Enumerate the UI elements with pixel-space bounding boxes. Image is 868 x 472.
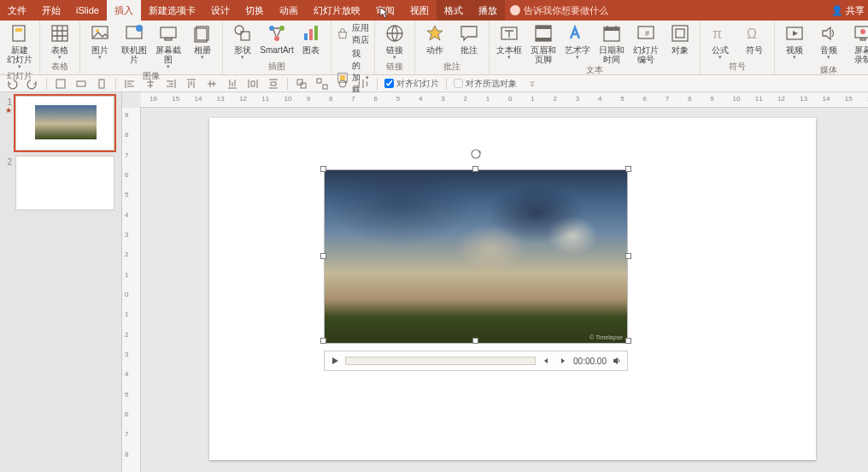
svg-rect-37 bbox=[860, 38, 865, 40]
distribute-h-button[interactable] bbox=[246, 77, 260, 91]
hyperlink-button[interactable]: 链接▾ bbox=[380, 22, 409, 61]
thumb-canvas[interactable] bbox=[15, 156, 114, 210]
ruler-tick: 7 bbox=[351, 95, 355, 103]
volume-button[interactable] bbox=[610, 354, 624, 368]
group-button[interactable] bbox=[295, 77, 308, 91]
tab-12[interactable]: 播放 bbox=[471, 0, 505, 21]
screenshot-button[interactable]: 屏幕截图▾ bbox=[154, 22, 183, 70]
video-object[interactable]: © Timelapse 00:00.00 bbox=[324, 169, 628, 371]
align-top-button[interactable] bbox=[185, 77, 198, 91]
slide[interactable]: © Timelapse 00:00.00 bbox=[209, 118, 816, 460]
tab-7[interactable]: 动画 bbox=[272, 0, 306, 21]
slide-number-button[interactable]: #幻灯片编号 bbox=[631, 22, 660, 64]
svg-rect-31 bbox=[676, 29, 684, 38]
store-button[interactable]: 应用商店 bbox=[337, 22, 369, 46]
ruler-tick: 4 bbox=[598, 95, 601, 103]
video-frame[interactable]: © Timelapse bbox=[324, 169, 628, 344]
distribute-v-button[interactable] bbox=[267, 77, 280, 91]
photo-album-button[interactable]: 相册▾ bbox=[188, 22, 217, 61]
tab-2[interactable]: iSlide bbox=[68, 0, 107, 21]
video-seek-track[interactable] bbox=[345, 357, 536, 365]
slide-thumb-2[interactable]: 2 bbox=[5, 156, 116, 210]
group-label: 链接 bbox=[380, 61, 409, 74]
text-box-button[interactable]: 文本框▾ bbox=[495, 22, 524, 61]
tab-6[interactable]: 切换 bbox=[238, 0, 272, 21]
rotate-handle-icon[interactable] bbox=[469, 147, 483, 161]
new-slide-button[interactable]: 新建幻灯片▾ bbox=[5, 22, 34, 70]
tab-0[interactable]: 文件 bbox=[0, 0, 34, 21]
tab-9[interactable]: 审阅 bbox=[368, 0, 402, 21]
undo-button[interactable] bbox=[5, 77, 19, 91]
slide-thumb-1[interactable]: 1★ bbox=[5, 96, 116, 150]
svg-point-46 bbox=[472, 150, 480, 158]
ruler-tick: 2 bbox=[125, 251, 128, 258]
resize-handle[interactable] bbox=[625, 338, 631, 344]
video-button[interactable]: 视频▾ bbox=[780, 22, 809, 61]
tab-10[interactable]: 视图 bbox=[402, 0, 437, 21]
tab-1[interactable]: 开始 bbox=[34, 0, 68, 21]
audio-button[interactable]: 音频▾ bbox=[814, 22, 843, 61]
ungroup-button[interactable] bbox=[315, 77, 329, 91]
resize-handle[interactable] bbox=[320, 338, 326, 344]
tab-5[interactable]: 设计 bbox=[203, 0, 238, 21]
wordart-button[interactable]: 艺术字▾ bbox=[563, 22, 592, 61]
share-icon: 👤 bbox=[831, 5, 846, 15]
online-pictures-button[interactable]: 联机图片 bbox=[120, 22, 149, 64]
date-time-button[interactable]: 日期和时间 bbox=[597, 22, 626, 64]
video-watermark: © Timelapse bbox=[589, 334, 623, 340]
chart-button[interactable]: 图表 bbox=[296, 22, 326, 55]
comment-button[interactable]: 批注 bbox=[455, 22, 484, 55]
screen-recording-icon bbox=[852, 22, 868, 44]
screenshot-label: 屏幕截图 bbox=[154, 45, 183, 64]
equation-button[interactable]: π公式▾ bbox=[706, 22, 735, 61]
resize-handle[interactable] bbox=[320, 166, 326, 172]
step-back-button[interactable] bbox=[539, 354, 553, 368]
thumb-canvas[interactable] bbox=[15, 96, 114, 150]
qat-btn-1[interactable] bbox=[54, 77, 67, 91]
header-footer-button[interactable]: 页眉和页脚 bbox=[529, 22, 558, 64]
smartart-label: SmartArt bbox=[260, 45, 293, 55]
resize-handle[interactable] bbox=[320, 253, 326, 259]
align-to-slide-input[interactable] bbox=[384, 79, 394, 88]
table-button[interactable]: 表格▾ bbox=[45, 22, 74, 61]
slide-thumbnails-panel[interactable]: 1★2 bbox=[0, 92, 122, 472]
align-to-slide-checkbox[interactable]: 对齐幻灯片 bbox=[384, 78, 439, 90]
object-button[interactable]: 对象 bbox=[666, 22, 695, 55]
pictures-button[interactable]: 图片▾ bbox=[85, 22, 114, 61]
svg-rect-40 bbox=[99, 80, 104, 88]
align-middle-button[interactable] bbox=[205, 77, 219, 91]
resize-handle[interactable] bbox=[625, 166, 631, 172]
rotate-button[interactable] bbox=[336, 77, 349, 91]
align-bottom-button[interactable] bbox=[226, 77, 239, 91]
tab-8[interactable]: 幻灯片放映 bbox=[306, 0, 368, 21]
resize-handle[interactable] bbox=[472, 338, 478, 344]
ribbon-group-批注: 动作批注批注 bbox=[415, 21, 490, 74]
action-button[interactable]: 动作 bbox=[420, 22, 449, 55]
align-right-button[interactable] bbox=[164, 77, 178, 91]
step-forward-button[interactable] bbox=[556, 354, 570, 368]
redo-button[interactable] bbox=[26, 77, 39, 91]
tab-11[interactable]: 格式 bbox=[437, 0, 471, 21]
qat-btn-3[interactable] bbox=[95, 77, 108, 91]
align-center-h-button[interactable] bbox=[144, 77, 157, 91]
resize-handle[interactable] bbox=[625, 253, 631, 259]
qat-btn-2[interactable] bbox=[74, 77, 88, 91]
share-button[interactable]: 👤 共享 bbox=[831, 0, 865, 21]
screen-recording-button[interactable]: 屏幕录制 bbox=[848, 22, 868, 64]
tell-me[interactable]: 告诉我你想要做什么 bbox=[510, 0, 608, 21]
svg-rect-16 bbox=[304, 33, 308, 40]
canvas[interactable]: © Timelapse 00:00.00 bbox=[141, 108, 868, 472]
header-footer-label: 页眉和页脚 bbox=[529, 45, 558, 64]
ruler-tick: 3 bbox=[125, 351, 128, 358]
tab-3[interactable]: 插入 bbox=[107, 0, 141, 21]
tab-4[interactable]: 新建选项卡 bbox=[141, 0, 203, 21]
flip-button[interactable] bbox=[356, 77, 370, 91]
smartart-button[interactable]: SmartArt bbox=[262, 22, 291, 55]
play-button[interactable] bbox=[328, 354, 342, 368]
resize-handle[interactable] bbox=[472, 166, 478, 172]
ruler-tick: 14 bbox=[195, 95, 202, 103]
align-left-button[interactable] bbox=[123, 77, 137, 91]
symbol-button[interactable]: Ω符号 bbox=[740, 22, 769, 55]
shapes-button[interactable]: 形状▾ bbox=[228, 22, 257, 61]
qat-more-button[interactable] bbox=[525, 77, 539, 91]
